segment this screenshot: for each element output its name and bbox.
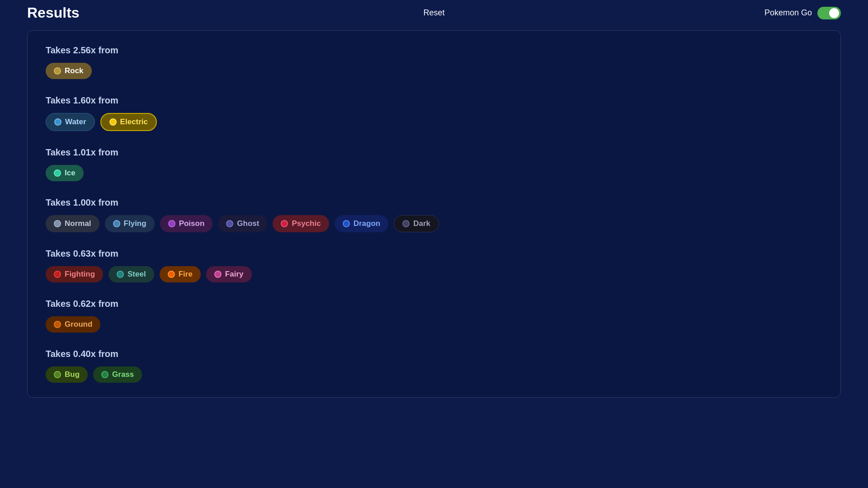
badge-fire: Fire (160, 266, 201, 282)
badge-dragon: Dragon (335, 215, 389, 232)
page-title: Results (27, 5, 80, 21)
section-title-takes-040: Takes 0.40x from (46, 349, 822, 359)
badge-label-poison: Poison (179, 219, 205, 228)
badges-takes-040: BugGrass (46, 366, 822, 383)
badge-label-grass: Grass (112, 370, 134, 379)
section-title-takes-100: Takes 1.00x from (46, 197, 822, 208)
top-bar: Results Reset Pokemon Go (0, 0, 868, 26)
badge-ice: Ice (46, 165, 84, 181)
badge-dot-water (54, 118, 61, 126)
section-title-takes-160: Takes 1.60x from (46, 95, 822, 106)
badge-dot-fighting (54, 271, 61, 278)
reset-button[interactable]: Reset (423, 8, 444, 18)
badge-label-steel: Steel (127, 270, 146, 279)
badge-steel: Steel (108, 266, 154, 282)
section-takes-101: Takes 1.01x fromIce (46, 147, 822, 181)
badge-dark: Dark (394, 215, 439, 232)
badge-dot-dark (402, 220, 410, 227)
section-takes-062: Takes 0.62x fromGround (46, 299, 822, 333)
badge-electric: Electric (100, 113, 157, 131)
section-title-takes-256: Takes 2.56x from (46, 45, 822, 56)
section-takes-100: Takes 1.00x fromNormalFlyingPoisonGhostP… (46, 197, 822, 232)
badge-dot-ice (54, 169, 61, 177)
badge-label-rock: Rock (65, 66, 84, 75)
badge-label-normal: Normal (65, 219, 91, 228)
badge-dot-fairy (214, 271, 222, 278)
badge-dot-rock (54, 67, 61, 75)
badge-dot-steel (117, 271, 124, 278)
badge-label-bug: Bug (65, 370, 80, 379)
badge-label-flying: Flying (124, 219, 146, 228)
badge-label-ground: Ground (65, 320, 92, 329)
badge-dot-electric (109, 118, 117, 126)
badge-ground: Ground (46, 316, 100, 333)
toggle-slider (817, 7, 841, 19)
badge-label-ice: Ice (65, 169, 75, 178)
badge-dot-bug (54, 371, 61, 378)
badges-takes-062: Ground (46, 316, 822, 333)
pokemon-go-toggle-container: Pokemon Go (764, 7, 841, 19)
badge-psychic: Psychic (273, 215, 329, 232)
badges-takes-101: Ice (46, 165, 822, 181)
section-takes-063: Takes 0.63x fromFightingSteelFireFairy (46, 249, 822, 282)
badge-ghost: Ghost (218, 215, 267, 232)
badge-poison: Poison (160, 215, 213, 232)
badge-dot-fire (168, 271, 175, 278)
badge-label-electric: Electric (120, 117, 148, 127)
badge-rock: Rock (46, 63, 92, 79)
section-takes-040: Takes 0.40x fromBugGrass (46, 349, 822, 383)
badge-dot-ghost (226, 220, 233, 227)
badge-dot-grass (101, 371, 108, 378)
badge-dot-dragon (343, 220, 350, 227)
badge-label-water: Water (65, 117, 86, 127)
badge-label-psychic: Psychic (292, 219, 321, 228)
section-title-takes-063: Takes 0.63x from (46, 249, 822, 259)
badge-label-fire: Fire (179, 270, 193, 279)
badge-label-fairy: Fairy (225, 270, 244, 279)
badge-normal: Normal (46, 215, 99, 232)
section-takes-160: Takes 1.60x fromWaterElectric (46, 95, 822, 131)
badge-fighting: Fighting (46, 266, 103, 282)
badge-dot-poison (168, 220, 175, 227)
badge-water: Water (46, 113, 95, 131)
badge-label-fighting: Fighting (65, 270, 95, 279)
badge-label-dragon: Dragon (354, 219, 381, 228)
pokemon-go-switch[interactable] (817, 7, 841, 19)
badges-takes-100: NormalFlyingPoisonGhostPsychicDragonDark (46, 215, 822, 232)
badge-dot-flying (113, 220, 120, 227)
badge-fairy: Fairy (206, 266, 252, 282)
badge-dot-normal (54, 220, 61, 227)
badge-grass: Grass (93, 366, 142, 383)
badge-bug: Bug (46, 366, 88, 383)
badge-label-ghost: Ghost (237, 219, 259, 228)
pokemon-go-label: Pokemon Go (764, 8, 812, 18)
section-title-takes-062: Takes 0.62x from (46, 299, 822, 309)
badge-dot-ground (54, 321, 61, 328)
results-container: Takes 2.56x fromRockTakes 1.60x fromWate… (27, 30, 841, 398)
section-title-takes-101: Takes 1.01x from (46, 147, 822, 158)
section-takes-256: Takes 2.56x fromRock (46, 45, 822, 79)
badge-flying: Flying (105, 215, 155, 232)
badges-takes-256: Rock (46, 63, 822, 79)
badge-dot-psychic (281, 220, 288, 227)
badge-label-dark: Dark (413, 219, 430, 228)
badges-takes-063: FightingSteelFireFairy (46, 266, 822, 282)
badges-takes-160: WaterElectric (46, 113, 822, 131)
